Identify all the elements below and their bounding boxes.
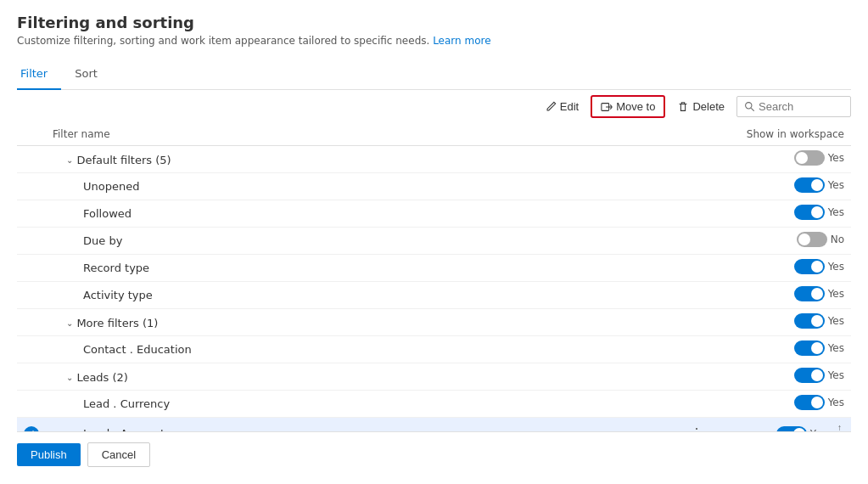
chevron-icon: ⌄ xyxy=(66,318,73,328)
tabs-bar: Filter Sort xyxy=(17,60,851,90)
filter-name-label: Followed xyxy=(83,207,132,220)
toggle-container[interactable]: Yes xyxy=(794,286,844,301)
sort-arrows: ↑ ↓ xyxy=(835,422,844,431)
toggle-container[interactable]: Yes xyxy=(794,259,844,274)
tab-sort[interactable]: Sort xyxy=(61,60,111,90)
toggle-container[interactable]: Yes xyxy=(794,340,844,356)
toggle-switch[interactable] xyxy=(794,395,825,410)
filter-name-label: Leads (2) xyxy=(76,371,128,384)
toggle-switch[interactable] xyxy=(794,177,825,193)
col-dots-header xyxy=(678,123,715,146)
toggle-label: Yes xyxy=(828,152,844,164)
toggle-label: Yes xyxy=(828,369,844,381)
search-input[interactable] xyxy=(759,100,843,113)
page-title: Filtering and sorting xyxy=(17,14,851,31)
toggle-container[interactable]: Yes xyxy=(794,177,844,193)
edit-icon xyxy=(545,101,557,113)
table-row: UnopenedYes xyxy=(17,173,851,200)
col-show-header: Show in workspace xyxy=(715,123,851,146)
filter-name-label: Unopened xyxy=(83,180,139,193)
toggle-switch[interactable] xyxy=(794,150,825,166)
table-row: Due byNo xyxy=(17,228,851,255)
svg-point-1 xyxy=(746,103,752,109)
col-check-header xyxy=(17,123,46,146)
toggle-switch[interactable] xyxy=(794,340,825,356)
move-to-icon xyxy=(601,101,613,113)
toggle-switch[interactable] xyxy=(794,205,825,220)
table-row: ⌄Leads (2)Yes xyxy=(17,363,851,391)
toggle-switch[interactable] xyxy=(794,313,825,329)
filter-table: Filter name Show in workspace ⌄Default f… xyxy=(17,123,851,431)
search-box[interactable] xyxy=(736,96,851,117)
filter-name-label: Due by xyxy=(83,234,122,247)
table-row: ⌄Default filters (5)Yes xyxy=(17,146,851,173)
toggle-label: Yes xyxy=(828,342,844,354)
table-row: Record typeYes xyxy=(17,255,851,282)
move-to-button[interactable]: Move to xyxy=(591,95,665,118)
toggle-container[interactable]: Yes xyxy=(794,150,844,166)
filter-name-label: Lead . Currency xyxy=(83,397,170,410)
toggle-switch[interactable] xyxy=(794,368,825,383)
table-row: ⌄More filters (1)Yes xyxy=(17,309,851,336)
search-icon xyxy=(744,101,755,112)
edit-button[interactable]: Edit xyxy=(536,97,587,116)
bottom-bar: Publish Cancel xyxy=(17,431,851,470)
delete-icon xyxy=(677,101,689,113)
toggle-switch[interactable] xyxy=(794,259,825,274)
toggle-container[interactable]: Yes xyxy=(794,205,844,220)
table-row: FollowedYes xyxy=(17,200,851,228)
toggle-container[interactable]: Yes xyxy=(794,313,844,329)
toggle-label: Yes xyxy=(828,179,844,191)
filter-name-label: Record type xyxy=(83,262,149,274)
toggle-switch[interactable] xyxy=(776,426,807,432)
delete-button[interactable]: Delete xyxy=(669,97,733,116)
arrow-up-button[interactable]: ↑ xyxy=(835,422,844,431)
filter-name-label: Default filters (5) xyxy=(76,154,171,166)
learn-more-link[interactable]: Learn more xyxy=(433,35,490,47)
toggle-switch[interactable] xyxy=(794,286,825,301)
table-row: Lead . CurrencyYes xyxy=(17,391,851,418)
chevron-icon: ⌄ xyxy=(66,155,73,165)
filter-name-label: Activity type xyxy=(83,289,153,301)
tab-filter[interactable]: Filter xyxy=(17,60,61,90)
more-options-button[interactable]: ⋮ xyxy=(685,424,708,431)
publish-button[interactable]: Publish xyxy=(17,443,81,466)
toggle-container[interactable]: No xyxy=(797,232,844,247)
table-row: Activity typeYes xyxy=(17,282,851,309)
table-row: Contact . EducationYes xyxy=(17,336,851,363)
toggle-switch[interactable] xyxy=(797,232,827,247)
toggle-label: No xyxy=(831,234,844,245)
toggle-label: Yes xyxy=(828,315,844,327)
table-row[interactable]: ✓Lead . Account⋮Yes ↑ ↓ xyxy=(17,418,851,432)
page-subtitle: Customize filtering, sorting and work it… xyxy=(17,35,851,47)
toggle-label: Yes xyxy=(828,261,844,273)
filter-name-label: Contact . Education xyxy=(83,343,192,356)
toggle-label: Yes xyxy=(828,206,844,218)
filter-name-label: More filters (1) xyxy=(76,317,158,329)
cancel-button[interactable]: Cancel xyxy=(87,442,150,467)
chevron-icon: ⌄ xyxy=(66,373,73,382)
toggle-container[interactable]: Yes ↑ ↓ xyxy=(776,422,844,431)
toggle-container[interactable]: Yes xyxy=(794,368,844,383)
col-name-header: Filter name xyxy=(46,123,678,146)
toggle-container[interactable]: Yes xyxy=(794,395,844,410)
toggle-label: Yes xyxy=(828,288,844,300)
toggle-label: Yes xyxy=(828,397,844,408)
